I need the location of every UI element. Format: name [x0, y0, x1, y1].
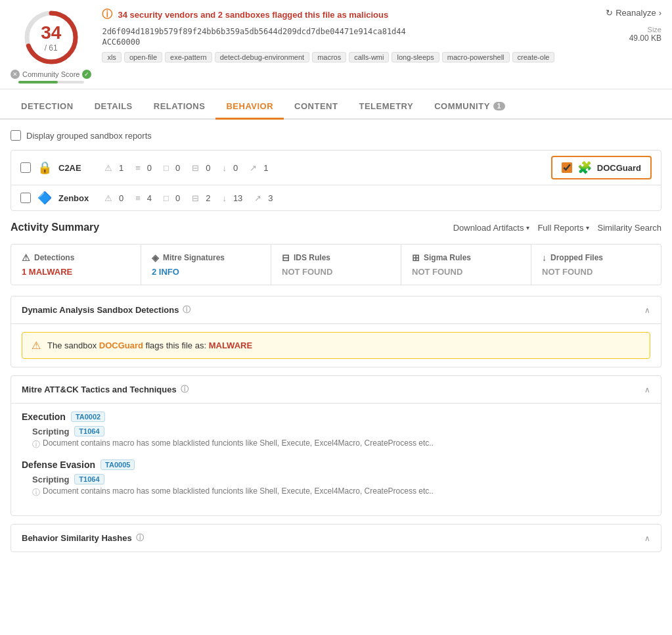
- stat-detections: ⚠ Detections 1 MALWARE: [11, 245, 141, 285]
- tags-container: xls open-file exe-pattern detect-debug-e…: [102, 52, 595, 62]
- tag-macro-powershell: macro-powershell: [442, 52, 510, 62]
- tab-details[interactable]: DETAILS: [84, 95, 143, 120]
- dropped-icon: ↓: [542, 252, 547, 263]
- tab-telemetry[interactable]: TELEMETRY: [348, 95, 424, 120]
- score-number: 34: [41, 22, 61, 43]
- file-size-value: 49.00 KB: [629, 34, 661, 43]
- stats-row: ⚠ Detections 1 MALWARE ◈ Mitre Signature…: [11, 244, 661, 285]
- zenbox-reg: 2: [206, 193, 210, 203]
- zenbox-icon: 🔷: [37, 191, 52, 205]
- c2ae-drop: 0: [233, 163, 238, 173]
- top-bar: 34 / 61 ✕ Community Score ✓ ⓘ 34 securit…: [0, 0, 672, 89]
- execution-cat-name: Execution: [22, 412, 66, 422]
- zenbox-network: 4: [147, 193, 152, 203]
- download-artifacts-label: Download Artifacts: [453, 223, 524, 233]
- activity-title: Activity Summary: [11, 222, 99, 233]
- zenbox-sig-icon: ↗: [254, 193, 261, 203]
- c2ae-reg: 0: [206, 163, 210, 173]
- zenbox-drop: 13: [233, 193, 242, 203]
- execution-tech-name: Scripting: [32, 427, 69, 436]
- tag-open-file: open-file: [124, 52, 162, 62]
- mitre-execution: Execution TA0002 Scripting T1064 ⓘ Docum…: [22, 412, 650, 450]
- c2ae-alerts-icon: ⚠: [104, 163, 112, 173]
- c2ae-name: C2AE: [58, 163, 98, 173]
- defense-tech-desc: ⓘ Document contains macro has some black…: [32, 486, 650, 498]
- tag-long-sleeps: long-sleeps: [392, 52, 439, 62]
- c2ae-sig-icon: ↗: [250, 163, 257, 173]
- full-reports-button[interactable]: Full Reports ▾: [537, 223, 589, 233]
- defense-technique: Scripting T1064 ⓘ Document contains macr…: [32, 474, 650, 498]
- zenbox-name: Zenbox: [58, 193, 98, 203]
- download-artifacts-button[interactable]: Download Artifacts ▾: [453, 223, 530, 233]
- zenbox-sig: 3: [268, 193, 273, 203]
- mitre-chevron: ∧: [644, 385, 650, 394]
- display-grouped-row: Display grouped sandbox reports: [11, 130, 661, 141]
- defense-tech-name: Scripting: [32, 475, 69, 484]
- sandbox-zenbox-row: 🔷 Zenbox ⚠ 0 ≡ 4 □ 0 ⊟ 2 ↓ 13 ↗ 3: [11, 185, 661, 210]
- c2ae-alerts: 1: [119, 163, 123, 173]
- dynamic-analysis-header[interactable]: Dynamic Analysis Sandbox Detections ⓘ ∧: [11, 296, 661, 323]
- behavior-similarity-title: Behavior Similarity Hashes: [22, 533, 132, 543]
- exec-desc-icon: ⓘ: [32, 439, 40, 450]
- sigma-title: Sigma Rules: [424, 253, 471, 262]
- tab-behavior[interactable]: BEHAVIOR: [215, 95, 284, 120]
- def-desc-icon: ⓘ: [32, 487, 40, 498]
- stat-mitre: ◈ Mitre Signatures 2 INFO: [141, 245, 271, 285]
- c2ae-checkbox[interactable]: [20, 162, 31, 173]
- tag-xls: xls: [102, 52, 121, 62]
- tab-relations[interactable]: RELATIONS: [143, 95, 216, 120]
- c2ae-reg-icon: ⊟: [192, 163, 199, 173]
- mitre-section-title: Mitre ATT&CK Tactics and Techniques: [22, 385, 177, 394]
- full-reports-label: Full Reports: [537, 223, 583, 233]
- zenbox-network-icon: ≡: [135, 193, 141, 203]
- file-size-box: Size 49.00 KB: [619, 23, 661, 43]
- docguard-selected-box[interactable]: 🧩 DOCGuard: [551, 156, 652, 179]
- tab-content[interactable]: CONTENT: [284, 95, 348, 120]
- dynamic-analysis-info-icon[interactable]: ⓘ: [183, 304, 190, 316]
- file-hash: 2d6f094d1819b579f89f24bb6b359a5db5644d20…: [102, 27, 595, 36]
- reports-chevron: ▾: [586, 224, 589, 231]
- ids-title: IDS Rules: [294, 253, 330, 262]
- behavior-similarity-header[interactable]: Behavior Similarity Hashes ⓘ ∧: [11, 525, 661, 552]
- alert-icon: ⚠: [32, 339, 41, 352]
- execution-technique: Scripting T1064 ⓘ Document contains macr…: [32, 426, 650, 450]
- stat-ids: ⊟ IDS Rules NOT FOUND: [271, 245, 401, 285]
- warning-text: 34 security vendors and 2 sandboxes flag…: [118, 10, 388, 20]
- c2ae-proc: 0: [175, 163, 180, 173]
- stat-dropped: ↓ Dropped Files NOT FOUND: [531, 245, 661, 285]
- mitre-section: Mitre ATT&CK Tactics and Techniques ⓘ ∧ …: [11, 375, 661, 516]
- mitre-icon: ◈: [152, 252, 159, 263]
- docguard-icon: 🧩: [577, 160, 592, 175]
- c2ae-proc-icon: □: [164, 163, 169, 173]
- tab-community[interactable]: COMMUNITY 1: [424, 95, 516, 120]
- ids-icon: ⊟: [282, 252, 290, 263]
- community-score-check: ✓: [82, 70, 91, 79]
- alert-text: The sandbox DOCGuard flags this file as:…: [47, 341, 252, 350]
- community-score-label: Community Score: [22, 70, 79, 78]
- behavior-similarity-section: Behavior Similarity Hashes ⓘ ∧: [11, 524, 661, 552]
- docguard-checkbox[interactable]: [562, 162, 572, 173]
- c2ae-icon: 🔒: [37, 160, 52, 175]
- sandbox-c2ae-row: 🔒 C2AE ⚠ 1 ≡ 0 □ 0 ⊟ 0 ↓ 0 ↗ 1 🧩 DOCGuar…: [11, 151, 661, 185]
- sigma-value: NOT FOUND: [412, 267, 520, 277]
- similarity-search-button[interactable]: Similarity Search: [597, 223, 661, 233]
- ids-value: NOT FOUND: [282, 267, 390, 277]
- detections-value: 1 MALWARE: [22, 267, 130, 277]
- execution-tech-id: T1064: [74, 426, 104, 436]
- zenbox-checkbox[interactable]: [20, 193, 31, 203]
- detections-title: Detections: [34, 253, 74, 262]
- progress-fill: [18, 81, 58, 83]
- download-chevron: ▾: [526, 224, 529, 231]
- reanalyze-button[interactable]: ↻ Reanalyze ›: [606, 8, 661, 18]
- dropped-title: Dropped Files: [550, 253, 603, 262]
- mitre-header[interactable]: Mitre ATT&CK Tactics and Techniques ⓘ ∧: [11, 376, 661, 403]
- tab-detection[interactable]: DETECTION: [11, 95, 84, 120]
- warning-icon: ⓘ: [102, 8, 112, 22]
- mitre-title: Mitre Signatures: [163, 253, 225, 262]
- behavior-sim-info-icon[interactable]: ⓘ: [136, 532, 144, 544]
- activity-header: Activity Summary Download Artifacts ▾ Fu…: [11, 222, 661, 233]
- community-score-close[interactable]: ✕: [11, 70, 20, 79]
- mitre-info-icon[interactable]: ⓘ: [181, 384, 189, 395]
- main-content: Display grouped sandbox reports 🔒 C2AE ⚠…: [0, 120, 672, 571]
- display-grouped-checkbox[interactable]: [11, 130, 21, 141]
